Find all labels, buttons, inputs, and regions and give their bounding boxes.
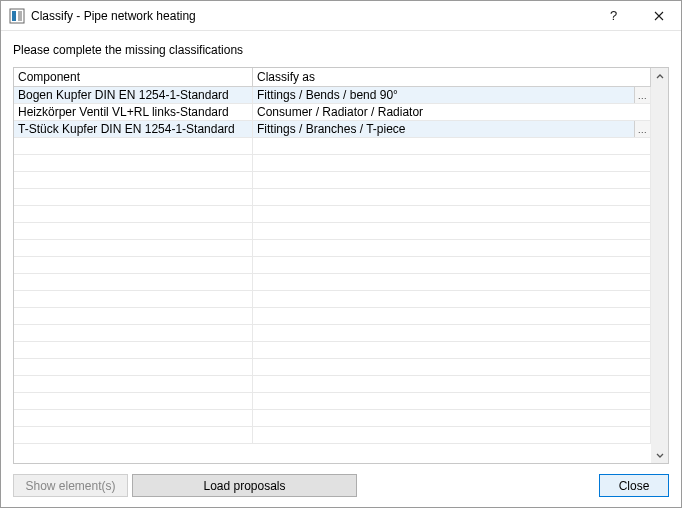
component-cell[interactable] [14, 376, 253, 392]
table-row[interactable] [14, 427, 651, 444]
svg-rect-1 [12, 11, 16, 21]
grid-body: Bogen Kupfer DIN EN 1254-1-StandardFitti… [14, 87, 651, 463]
component-cell[interactable] [14, 274, 253, 290]
table-row[interactable] [14, 138, 651, 155]
chevron-down-icon [656, 448, 664, 462]
ellipsis-button[interactable]: ... [634, 121, 650, 137]
window-close-button[interactable] [636, 1, 681, 30]
component-cell[interactable] [14, 257, 253, 273]
ellipsis-button[interactable]: ... [634, 87, 650, 103]
classify-as-cell[interactable] [253, 393, 651, 409]
instruction-text: Please complete the missing classificati… [13, 43, 669, 57]
button-row: Show element(s) Load proposals Close [13, 464, 669, 497]
vertical-scrollbar[interactable] [651, 68, 668, 463]
table-row[interactable] [14, 172, 651, 189]
table-row[interactable]: Heizkörper Ventil VL+RL links-StandardCo… [14, 104, 651, 121]
table-row[interactable] [14, 376, 651, 393]
component-cell[interactable] [14, 427, 253, 443]
table-row[interactable] [14, 342, 651, 359]
component-cell[interactable]: Bogen Kupfer DIN EN 1254-1-Standard [14, 87, 253, 103]
chevron-up-icon [656, 70, 664, 84]
classify-as-cell[interactable] [253, 427, 651, 443]
scroll-down-button[interactable] [651, 446, 668, 463]
component-cell[interactable] [14, 393, 253, 409]
grid-main: Component Classify as Bogen Kupfer DIN E… [14, 68, 651, 463]
table-row[interactable]: Bogen Kupfer DIN EN 1254-1-StandardFitti… [14, 87, 651, 104]
component-cell[interactable] [14, 172, 253, 188]
app-icon [9, 8, 25, 24]
titlebar: Classify - Pipe network heating ? [1, 1, 681, 31]
show-elements-button: Show element(s) [13, 474, 128, 497]
table-row[interactable] [14, 325, 651, 342]
classify-as-cell[interactable] [253, 410, 651, 426]
help-button[interactable]: ? [591, 1, 636, 30]
header-component[interactable]: Component [14, 68, 253, 87]
component-cell[interactable] [14, 223, 253, 239]
table-row[interactable] [14, 223, 651, 240]
component-cell[interactable] [14, 410, 253, 426]
table-row[interactable] [14, 359, 651, 376]
component-cell[interactable] [14, 359, 253, 375]
classify-as-cell[interactable] [253, 172, 651, 188]
header-classify-as[interactable]: Classify as [253, 68, 651, 87]
scroll-up-button[interactable] [651, 68, 668, 85]
scroll-track[interactable] [651, 85, 668, 446]
table-row[interactable] [14, 274, 651, 291]
dialog-window: Classify - Pipe network heating ? Please… [0, 0, 682, 508]
close-button[interactable]: Close [599, 474, 669, 497]
window-title: Classify - Pipe network heating [31, 9, 196, 23]
classify-as-cell[interactable]: Consumer / Radiator / Radiator [253, 104, 651, 120]
load-proposals-button[interactable]: Load proposals [132, 474, 357, 497]
classify-as-cell[interactable] [253, 223, 651, 239]
component-cell[interactable] [14, 240, 253, 256]
dialog-content: Please complete the missing classificati… [1, 31, 681, 507]
classify-as-cell[interactable] [253, 206, 651, 222]
classify-as-cell[interactable] [253, 325, 651, 341]
component-cell[interactable] [14, 342, 253, 358]
classify-as-cell[interactable] [253, 291, 651, 307]
classify-as-cell[interactable] [253, 189, 651, 205]
classify-as-cell[interactable] [253, 308, 651, 324]
component-cell[interactable] [14, 138, 253, 154]
classify-as-cell[interactable] [253, 138, 651, 154]
table-row[interactable] [14, 308, 651, 325]
component-cell[interactable] [14, 291, 253, 307]
component-cell[interactable]: T-Stück Kupfer DIN EN 1254-1-Standard [14, 121, 253, 137]
classify-as-cell[interactable] [253, 240, 651, 256]
table-row[interactable] [14, 240, 651, 257]
table-row[interactable] [14, 155, 651, 172]
classify-as-cell[interactable]: Fittings / Bends / bend 90°... [253, 87, 651, 103]
table-row[interactable] [14, 257, 651, 274]
classify-as-text: Fittings / Branches / T-piece [257, 122, 406, 136]
classify-as-cell[interactable] [253, 359, 651, 375]
component-cell[interactable] [14, 155, 253, 171]
table-row[interactable]: T-Stück Kupfer DIN EN 1254-1-StandardFit… [14, 121, 651, 138]
classify-as-cell[interactable]: Fittings / Branches / T-piece... [253, 121, 651, 137]
component-cell[interactable] [14, 308, 253, 324]
close-icon [654, 8, 664, 24]
grid-header: Component Classify as [14, 68, 651, 87]
component-cell[interactable]: Heizkörper Ventil VL+RL links-Standard [14, 104, 253, 120]
component-cell[interactable] [14, 325, 253, 341]
classify-as-cell[interactable] [253, 274, 651, 290]
table-row[interactable] [14, 206, 651, 223]
classify-as-cell[interactable] [253, 342, 651, 358]
component-cell[interactable] [14, 206, 253, 222]
table-row[interactable] [14, 291, 651, 308]
table-row[interactable] [14, 393, 651, 410]
table-row[interactable] [14, 189, 651, 206]
component-cell[interactable] [14, 189, 253, 205]
table-row[interactable] [14, 410, 651, 427]
classify-as-text: Fittings / Bends / bend 90° [257, 88, 398, 102]
classify-as-text: Consumer / Radiator / Radiator [257, 105, 423, 119]
classify-as-cell[interactable] [253, 376, 651, 392]
classify-as-cell[interactable] [253, 257, 651, 273]
svg-rect-2 [18, 11, 22, 21]
classify-as-cell[interactable] [253, 155, 651, 171]
classification-grid: Component Classify as Bogen Kupfer DIN E… [13, 67, 669, 464]
